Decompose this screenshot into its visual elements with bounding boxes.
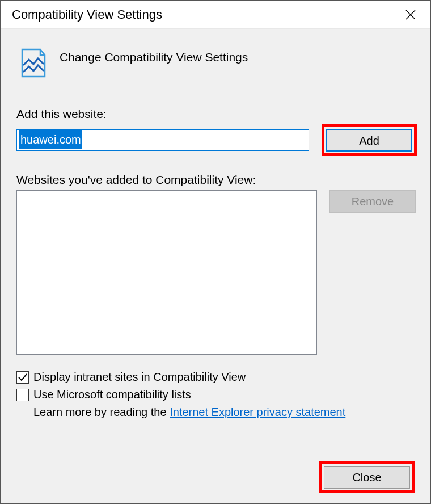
highlight-add: Add	[322, 124, 417, 156]
websites-listbox[interactable]	[16, 190, 317, 355]
compatibility-view-icon	[16, 47, 48, 79]
add-button[interactable]: Add	[326, 129, 412, 152]
display-intranet-label: Display intranet sites in Compatibility …	[33, 371, 246, 384]
use-ms-lists-checkbox[interactable]	[16, 389, 29, 401]
dialog-content: Change Compatibility View Settings Add t…	[1, 29, 430, 503]
remove-button: Remove	[329, 190, 416, 213]
footer: Close	[319, 461, 415, 493]
websites-list-row: Remove	[16, 190, 417, 355]
privacy-statement-link[interactable]: Internet Explorer privacy statement	[170, 406, 345, 418]
close-button[interactable]: Close	[324, 466, 410, 489]
display-intranet-row: Display intranet sites in Compatibility …	[16, 371, 417, 384]
display-intranet-checkbox[interactable]	[16, 371, 29, 384]
titlebar: Compatibility View Settings	[1, 1, 430, 29]
header-title: Change Compatibility View Settings	[60, 47, 248, 64]
add-website-label: Add this website:	[16, 107, 417, 121]
learn-more-prefix: Learn more by reading the	[33, 406, 170, 418]
input-selected-text: huawei.com	[19, 130, 82, 149]
header-row: Change Compatibility View Settings	[16, 47, 417, 79]
add-website-row: huawei.com Add	[16, 124, 417, 156]
websites-list-label: Websites you've added to Compatibility V…	[16, 173, 417, 187]
close-icon[interactable]	[399, 3, 422, 27]
add-website-input[interactable]: huawei.com	[16, 129, 309, 151]
window-title: Compatibility View Settings	[12, 7, 162, 22]
learn-more-text: Learn more by reading the Internet Explo…	[33, 406, 417, 419]
highlight-close: Close	[319, 461, 415, 493]
use-ms-lists-row: Use Microsoft compatibility lists	[16, 388, 417, 401]
use-ms-lists-label: Use Microsoft compatibility lists	[33, 388, 191, 401]
